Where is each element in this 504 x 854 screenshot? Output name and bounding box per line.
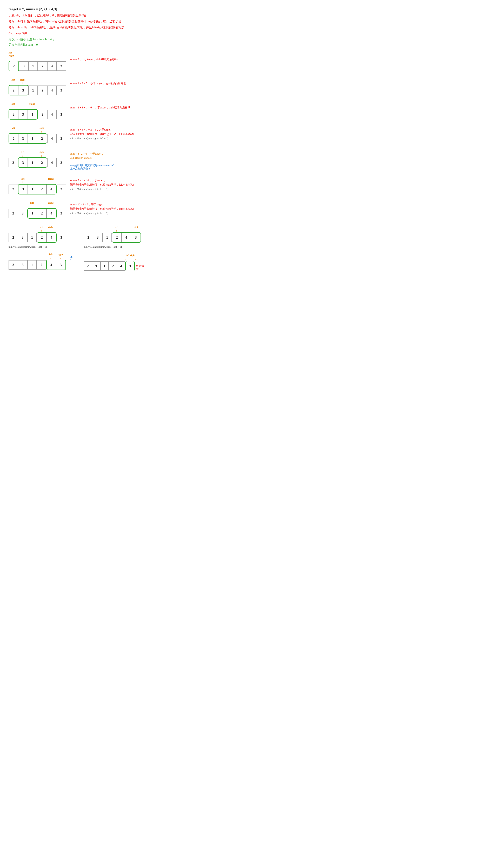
right-ptr-bl: right [48,226,54,229]
arrow-4r: ↓ [41,130,42,133]
array-wrapper-1: 2 3 1 2 4 3 [8,61,66,71]
cell-2-2: 1 [29,86,38,95]
arrow-br2-r: ↓ [134,257,136,261]
arrow-4l: ↓ [13,130,14,133]
left-ptr-2: left [12,78,15,81]
comment-7-col: sum = 10 - 3 = 7，等于target，记录此时的子数组长度，然后r… [70,199,134,215]
diagram-1: left right ↓ 2 3 1 2 4 3 [8,52,145,71]
cell-bl-5: 3 [57,233,66,242]
comment-4-col: sum = 2 + 3 + 1 + 2 = 8，大于target，记录此时的子数… [70,124,134,140]
cell-1-2: 1 [29,61,38,71]
right-ptr-5: right [39,151,44,154]
cell-br1-1: 3 [93,233,103,242]
min-text-7: min = Math.min(min, right - left + 1) [70,212,134,215]
right-ptr-4: right [39,127,44,129]
diagram-6: left right ↓ ↓ [8,175,145,194]
arrow-bl-l: ↓ [41,229,42,232]
min-text-br1: min = Math.min(min, right - left + 1) [84,246,122,248]
array-area-5: left right ↓ ↓ [8,148,66,168]
arrow-6r: ↓ [50,180,52,184]
cell-bl-4: 4 [47,233,56,242]
cell-5-4: 4 [47,158,57,167]
array-area-4: left right ↓ ↓ [8,124,66,144]
cell-br2-2: 1 [100,261,109,271]
arrow-5r: ↓ [41,154,42,157]
cell-br1-4: 4 [122,233,131,242]
arrow-7l: ↓ [31,204,33,208]
diagram-3: left right ↓ ↓ [8,100,145,120]
min-text-bl: min = Math.min(min, right - left + 1) [8,246,66,248]
array-area-6: left right ↓ ↓ [8,175,66,194]
cell-2-0: 2 [9,86,18,95]
cell-2-1: 3 [18,86,28,95]
min-text-4: min = Math.min(min, right - left + 1) [70,137,134,140]
title-line: target = 7, nums = [2,3,1,2,4,3] [8,7,145,11]
comment-5-col: sum = 8 - 2 = 6，小于target，right继续向后移动 sum… [70,148,114,170]
comment-5: sum = 8 - 2 = 6，小于target，right继续向后移动 [70,150,114,160]
bottom-right-group: left right ↓ ↓ [84,224,145,272]
cell-br1-5: 3 [131,233,141,242]
right-ptr-br1: right [133,226,138,229]
cell-2-5: 3 [57,86,66,95]
cell-6-3: 2 [37,184,47,194]
arrow-bl2-l: ↓ [50,256,52,260]
desc-line-2: 然后right指针先向后移动，将left-right之间的数值相加等于targe… [8,19,145,24]
cell-2-3: 2 [38,86,47,95]
left-right-ptr-br2: left right [126,254,136,257]
comment-1: sum = 2，小于target，right继续向后移动 [70,52,118,61]
array-wrapper-5: 2 3 1 2 4 3 [8,157,66,168]
cell-3-4: 4 [47,110,57,119]
cell-br2-0: 2 [84,261,92,271]
arrow-br1-r: ↓ [134,229,136,232]
bottom-left2-group: min = Math.min(min, right - left + 1) le… [8,245,66,270]
array-area-br2: left right ↓ ↓ 2 3 [84,252,145,272]
cell-1-4: 4 [47,61,57,71]
comment-4: sum = 2 + 3 + 1 + 2 = 8，大于target，记录此时的子数… [70,126,134,136]
cell-7-3: 2 [37,209,47,218]
cell-5-2: 1 [28,158,37,167]
cell-1-0: 2 [9,61,18,71]
cell-4-3: 2 [37,134,47,143]
cell-6-4: 4 [47,184,56,194]
cell-3-2: 1 [28,110,37,119]
cell-bl-0: 2 [8,233,18,242]
left-ptr-bl2: left [49,253,53,256]
array-wrapper-br2: 2 3 1 2 4 3 结束遍历 [84,261,145,272]
cell-7-2: 1 [28,209,37,218]
left-ptr-bl: left [40,226,43,229]
arrow-2l: ↓ [13,82,14,85]
cell-br2-5: 3 [126,261,134,271]
green-line-1: 定义max最小长度 let min = Infinity [8,37,145,42]
right-ptr-7: right [48,201,54,204]
cell-bl-2: 1 [28,233,37,242]
diagram-7: left right ↓ ↓ [8,199,145,218]
description-block: 设置left、right指针，默认都等于0，也就是指向数组第0项 然后right… [8,13,145,36]
comment-2: sum = 2 + 3 = 5，小于target，right继续向后移动 [70,76,126,86]
array-wrapper-bl2: 2 3 1 2 4 3 [8,260,66,270]
cell-br2-1: 3 [92,261,100,271]
array-area-br1: left right ↓ ↓ [84,224,145,243]
cell-3-5: 3 [57,110,66,119]
arrow-bl2-r: ↓ [59,256,61,260]
arrow-6l: ↓ [22,180,23,184]
cell-3-0: 2 [9,110,18,119]
side-comment-5: sum的重新计算其实就是sum = sum - left上一次指向的数字 [70,160,114,170]
array-wrapper-6: 2 3 1 2 4 3 [8,184,66,194]
cell-bl2-2: 1 [28,260,37,270]
green-line-2: 定义当前和let sum = 0 [8,42,145,47]
array-wrapper-2: 2 3 1 2 4 3 [8,85,66,95]
cell-br2-4: 4 [117,261,125,271]
left-ptr-6: left [21,177,24,180]
cell-7-1: 3 [18,209,28,218]
array-wrapper-bl: 2 3 1 2 4 3 [8,232,66,243]
arrow-7r: ↓ [50,204,52,208]
left-ptr-5: left [21,151,24,154]
array-wrapper-3: 2 3 1 2 4 3 [8,109,66,120]
cell-br1-3: 2 [112,233,122,242]
array-area-7: left right ↓ ↓ [8,199,66,218]
right-ptr-6: right [48,177,54,180]
left-ptr-4: left [12,127,15,129]
desc-line-4: 小于target为止 [8,31,145,36]
diagram-4: left right ↓ ↓ [8,124,145,144]
cell-bl2-4: 4 [47,260,56,270]
